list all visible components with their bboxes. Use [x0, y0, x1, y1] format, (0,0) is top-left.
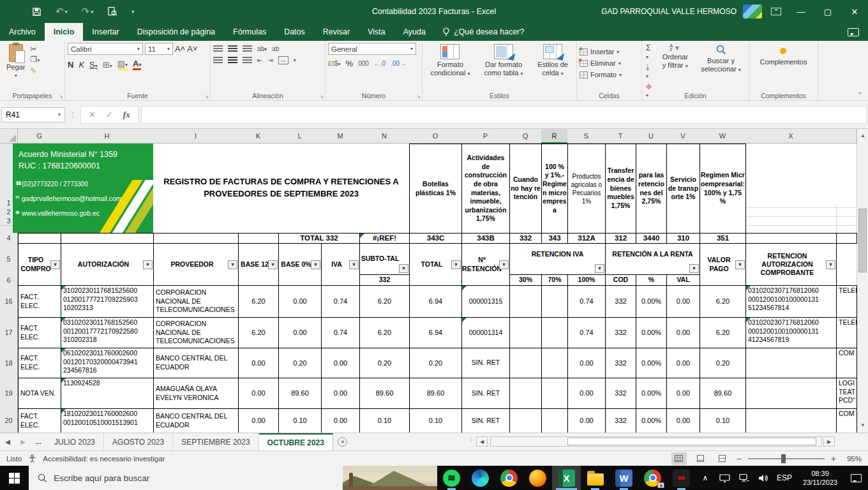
- report-title-cell[interactable]: REGISTRO DE FACTURAS DE COMPRA Y RETENCI…: [153, 144, 409, 233]
- cell-S20[interactable]: 0.00: [567, 408, 606, 433]
- cell-X4[interactable]: [745, 233, 837, 244]
- header-l-filter-icon[interactable]: ▾: [311, 260, 320, 269]
- font-color-icon[interactable]: A▾: [133, 59, 141, 70]
- tab-vista[interactable]: Vista: [359, 23, 394, 41]
- minimize-button[interactable]: —: [788, 0, 814, 23]
- sheet-tab-octubre[interactable]: OCTUBRE 2023: [259, 433, 333, 450]
- cell-L18[interactable]: 0.20: [278, 348, 322, 378]
- insert-function-icon[interactable]: fx: [123, 110, 130, 120]
- align-left-icon[interactable]: [213, 57, 223, 64]
- header-o-filter-icon[interactable]: ▾: [451, 260, 461, 269]
- increase-decimal-icon[interactable]: ←.0: [374, 60, 385, 67]
- cancel-formula-icon[interactable]: ✕: [89, 110, 96, 119]
- new-sheet-button[interactable]: +: [333, 433, 352, 450]
- cell-O19[interactable]: 89.60: [409, 378, 462, 409]
- column-header-N[interactable]: N: [359, 129, 410, 144]
- percent-style-icon[interactable]: %: [346, 59, 354, 68]
- header-cell-O[interactable]: Botellas plásticas 1%: [409, 144, 462, 234]
- cell-G20[interactable]: FACT. ELEC.: [18, 408, 61, 433]
- cell-P20[interactable]: SIN. RET: [461, 408, 510, 433]
- header-l-label[interactable]: BASE 0%▾: [278, 243, 322, 286]
- header-cell-T[interactable]: Transferencia de bienes muebles 1,75%: [605, 144, 636, 234]
- enter-formula-icon[interactable]: ✓: [106, 110, 113, 119]
- cell-N19[interactable]: 89.60: [359, 378, 410, 409]
- addins-button[interactable]: Complementos: [756, 43, 811, 68]
- cell-X18[interactable]: [745, 348, 837, 378]
- header-p-filter-icon[interactable]: ▾: [499, 260, 509, 269]
- customize-qat-icon[interactable]: ▾: [131, 9, 134, 15]
- cell-K16[interactable]: 6.20: [238, 285, 279, 318]
- font-name-select[interactable]: Calibri▾: [68, 43, 143, 55]
- tab-ayuda[interactable]: Ayuda: [394, 23, 435, 41]
- cell-O17[interactable]: 6.94: [409, 317, 462, 348]
- cell-W19[interactable]: 89.60: [700, 378, 746, 409]
- column-header-M[interactable]: M: [321, 129, 360, 144]
- copy-icon[interactable]: ❐▾: [30, 56, 40, 64]
- italic-button[interactable]: K: [79, 60, 84, 70]
- cell-Y19[interactable]: LOGI TEAT PCD": [836, 378, 857, 409]
- header-k-filter-icon[interactable]: ▾: [268, 260, 278, 269]
- font-dialog-launcher-icon[interactable]: ↘: [204, 94, 209, 100]
- underline-button[interactable]: S▾: [89, 60, 98, 70]
- column-header-O[interactable]: O: [409, 129, 462, 144]
- header-g-label[interactable]: TIPO COMPRO▾: [18, 243, 61, 286]
- cell-H16[interactable]: 31020230117681525600 0120017772170922590…: [61, 285, 154, 318]
- cell-V18[interactable]: 0.00: [666, 348, 700, 378]
- header-retencion-iva-label[interactable]: RETENCION IVA▾: [509, 243, 606, 275]
- page-break-view-icon[interactable]: [715, 452, 730, 465]
- comments-icon[interactable]: [848, 28, 859, 36]
- cell-M20[interactable]: 0.00: [321, 408, 360, 433]
- format-cells-button[interactable]: Formato▾: [580, 69, 639, 80]
- redo-icon[interactable]: ↷▾: [82, 6, 94, 17]
- vertical-scrollbar[interactable]: ▲ ▼: [857, 129, 868, 433]
- cell-Q16[interactable]: [509, 285, 542, 318]
- more-sheets-icon[interactable]: …: [31, 433, 46, 450]
- cell-T19[interactable]: 332: [605, 378, 636, 409]
- tab-formulas[interactable]: Fórmulas: [224, 23, 275, 41]
- alignment-dialog-launcher-icon[interactable]: ↘: [319, 94, 324, 100]
- cell-R16[interactable]: [541, 285, 568, 318]
- cell-W20[interactable]: 0.10: [700, 408, 746, 433]
- cell-M19[interactable]: 0.00: [321, 378, 360, 409]
- search-daily-image[interactable]: [343, 466, 437, 490]
- cell-I19[interactable]: AMAGUAÑA OLAYA EVELYN VERONICA: [153, 378, 239, 409]
- cell-R4[interactable]: 343: [541, 233, 568, 244]
- align-right-icon[interactable]: [243, 57, 252, 64]
- fill-icon[interactable]: ⤓ ▾: [646, 63, 652, 80]
- language-indicator[interactable]: ESP: [772, 473, 797, 482]
- cell-V17[interactable]: 0.00: [666, 317, 700, 348]
- merge-center-icon[interactable]: ⇔: [278, 56, 288, 64]
- cell-U16[interactable]: 0.00%: [636, 285, 667, 318]
- cell-O18[interactable]: 0.20: [409, 348, 462, 378]
- cell-L19[interactable]: 89.60: [278, 378, 322, 409]
- taskbar-firefox[interactable]: [523, 466, 552, 490]
- cell-I17[interactable]: CORPORACION NACIONAL DE TELECOMUNICACION…: [153, 317, 239, 348]
- cut-icon[interactable]: ✂: [30, 45, 40, 53]
- taskbar-search-input[interactable]: Escribe aquí para buscar: [29, 466, 437, 490]
- cell-Q4[interactable]: 332: [509, 233, 542, 244]
- header-cell-U[interactable]: para las retenciones del 2,75%: [636, 144, 667, 234]
- cell-R19[interactable]: [541, 378, 568, 409]
- close-button[interactable]: ✕: [841, 0, 868, 23]
- header-o-label[interactable]: TOTAL▾: [409, 243, 462, 286]
- cast-icon[interactable]: [715, 466, 734, 490]
- cell-W17[interactable]: 6.20: [700, 317, 746, 348]
- cell-R17[interactable]: [541, 317, 568, 348]
- sheet-tab-septiembre[interactable]: SEPTIEMBRE 2023: [173, 433, 258, 450]
- cell-W16[interactable]: 6.20: [700, 285, 746, 318]
- cell-Y20[interactable]: COM: [836, 408, 857, 433]
- cell-L4-total[interactable]: TOTAL 332: [278, 233, 360, 244]
- row-header-16[interactable]: 16: [0, 285, 18, 318]
- cell-Q19[interactable]: [509, 378, 542, 409]
- cell-V16[interactable]: 0.00: [666, 285, 700, 318]
- tray-expand-icon[interactable]: ∧: [696, 466, 715, 490]
- taskbar-spotify[interactable]: ≋: [437, 466, 466, 490]
- align-bottom-icon[interactable]: [243, 45, 252, 52]
- header-sub-100[interactable]: 100%: [567, 274, 606, 286]
- sort-filter-button[interactable]: AZ▼ Ordenar y filtrar ▾: [655, 43, 696, 100]
- maximize-button[interactable]: ▢: [814, 0, 841, 23]
- decrease-indent-icon[interactable]: ⇤: [257, 57, 262, 64]
- volume-icon[interactable]: [753, 466, 772, 490]
- sheet-tab-julio[interactable]: JULIO 2023: [46, 433, 104, 450]
- column-header-L[interactable]: L: [278, 129, 322, 144]
